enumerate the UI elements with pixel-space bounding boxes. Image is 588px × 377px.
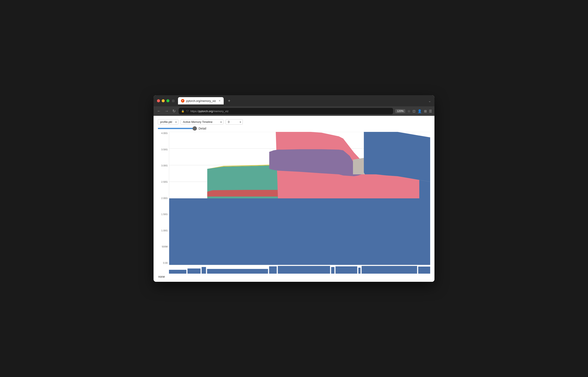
address-bar[interactable]: 🔒 🛡 https://pytorch.org/memory_viz — [179, 108, 393, 114]
detail-slider-track[interactable] — [158, 128, 196, 129]
svg-rect-18 — [362, 266, 417, 274]
chart-svg — [169, 132, 430, 265]
y-label-400g: 4.00G — [158, 132, 169, 134]
y-label-100g: 1.00G — [158, 229, 169, 232]
y-label-200g: 2.00G — [158, 197, 169, 200]
svg-rect-19 — [418, 267, 430, 274]
none-label: none — [158, 275, 430, 278]
back-button[interactable]: ← — [156, 108, 162, 114]
y-axis: 4.00G 3.50G 3.00G 2.50G 2.00G 1.50G 1.00… — [158, 132, 169, 265]
traffic-lights — [157, 99, 169, 102]
svg-rect-17 — [358, 268, 361, 274]
y-label-0: 0.00 — [158, 262, 169, 264]
mini-chart-svg — [169, 266, 430, 274]
window-icon: ⊡ — [172, 99, 175, 103]
mini-chart — [169, 266, 430, 274]
tab-favicon: P — [181, 99, 184, 103]
minimize-button[interactable] — [162, 99, 165, 102]
svg-rect-15 — [331, 267, 334, 274]
forward-button[interactable]: → — [164, 108, 169, 114]
browser-tab[interactable]: P pytorch.org/memory_viz ✕ — [178, 97, 224, 105]
file-select-wrapper[interactable]: profile.pkl — [158, 119, 178, 125]
pocket-icon[interactable]: ⊡ — [412, 109, 415, 113]
device-select[interactable]: 0 — [226, 119, 243, 125]
detail-slider-thumb[interactable] — [193, 126, 197, 130]
device-select-wrapper[interactable]: 0 — [226, 119, 243, 125]
extensions-icon[interactable]: ⊞ — [424, 109, 427, 113]
y-label-300g: 3.00G — [158, 164, 169, 167]
base-blue-layer — [169, 198, 430, 265]
y-label-150g: 1.50G — [158, 213, 169, 215]
new-tab-button[interactable]: + — [226, 98, 232, 103]
svg-rect-11 — [201, 267, 206, 274]
toolbar: profile.pkl Active Memory Timeline 0 — [158, 119, 430, 125]
browser-window: ⊡ P pytorch.org/memory_viz ✕ + ⌄ ← → ↻ 🔒… — [153, 95, 435, 282]
title-bar: ⊡ P pytorch.org/memory_viz ✕ + ⌄ — [153, 95, 435, 106]
y-label-350g: 3.50G — [158, 148, 169, 151]
detail-label: Detail — [199, 127, 206, 130]
view-select-wrapper[interactable]: Active Memory Timeline — [181, 119, 223, 125]
view-select[interactable]: Active Memory Timeline — [181, 119, 223, 125]
y-label-250g: 2.50G — [158, 181, 169, 183]
tab-title: pytorch.org/memory_viz — [186, 99, 216, 103]
detail-row: Detail — [158, 127, 430, 130]
menu-icon[interactable]: ☰ — [429, 109, 432, 113]
file-select[interactable]: profile.pkl — [158, 119, 178, 125]
svg-rect-10 — [188, 269, 200, 274]
y-label-500m: 500M — [158, 245, 169, 248]
svg-rect-14 — [278, 266, 330, 274]
shield-icon: 🛡 — [186, 110, 189, 113]
chart-area[interactable] — [169, 132, 430, 265]
lock-icon: 🔒 — [181, 110, 184, 113]
account-icon[interactable]: 👤 — [418, 109, 422, 113]
refresh-button[interactable]: ↻ — [172, 108, 176, 114]
window-controls-right: ⌄ — [428, 99, 431, 103]
zoom-level: 120% — [395, 109, 405, 113]
maximize-button[interactable] — [166, 99, 169, 102]
tab-close-icon[interactable]: ✕ — [219, 99, 221, 102]
svg-rect-12 — [207, 269, 268, 274]
svg-rect-16 — [335, 266, 357, 274]
nav-bar: ← → ↻ 🔒 🛡 https://pytorch.org/memory_viz… — [153, 106, 435, 116]
svg-rect-9 — [169, 270, 186, 274]
page-content: profile.pkl Active Memory Timeline 0 Det… — [153, 116, 435, 282]
url-display: https://pytorch.org/memory_viz — [190, 110, 229, 113]
close-button[interactable] — [157, 99, 160, 102]
nav-right-icons: ☆ ⊡ 👤 ⊞ ☰ — [407, 109, 432, 113]
bookmark-icon[interactable]: ☆ — [407, 109, 411, 113]
chart-container: 4.00G 3.50G 3.00G 2.50G 2.00G 1.50G 1.00… — [158, 132, 430, 278]
svg-rect-13 — [269, 266, 277, 274]
chart-main: 4.00G 3.50G 3.00G 2.50G 2.00G 1.50G 1.00… — [158, 132, 430, 265]
